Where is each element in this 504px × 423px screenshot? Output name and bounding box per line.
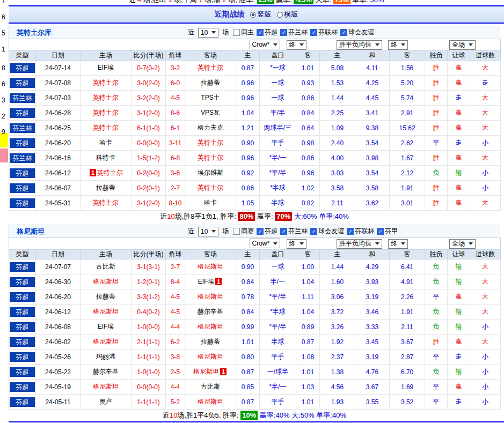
- filter-games-label: 场: [222, 28, 229, 37]
- avg-odds-select[interactable]: 胜平负均值: [337, 239, 382, 249]
- away-team[interactable]: 英特土尔: [198, 64, 223, 71]
- home-team[interactable]: 奥卢: [99, 398, 112, 405]
- home-team[interactable]: 英特土尔: [93, 199, 119, 206]
- away-team[interactable]: 格力夫克: [198, 124, 223, 131]
- home-team[interactable]: 格尼斯坦: [93, 383, 119, 390]
- bookmaker-select[interactable]: Crow*: [250, 40, 281, 49]
- home-odds: 0.96: [236, 91, 260, 106]
- home-team[interactable]: EIF埃: [98, 323, 114, 330]
- home-team[interactable]: 拉赫蒂: [96, 293, 115, 300]
- away-team[interactable]: 格尼斯坦: [198, 323, 223, 330]
- final-odds-select[interactable]: 终: [287, 40, 306, 50]
- league-filter-checkbox[interactable]: 芬联杯: [347, 227, 374, 236]
- home-team[interactable]: 英特土尔: [97, 169, 123, 176]
- league-type-badge[interactable]: 芬超: [10, 108, 35, 118]
- result-wdl: 胜: [425, 196, 448, 211]
- league-type-badge[interactable]: 芬超: [10, 138, 35, 148]
- away-team[interactable]: 格尼斯坦: [198, 353, 223, 360]
- home-team[interactable]: 古比斯: [96, 263, 115, 270]
- league-type-badge[interactable]: 芬超: [10, 277, 35, 287]
- away-team[interactable]: 英特土尔: [198, 184, 223, 191]
- result-goals: 小: [470, 380, 501, 395]
- league-type-badge[interactable]: 芬超: [10, 337, 35, 347]
- away-team[interactable]: 拉赫蒂: [201, 338, 220, 345]
- match-count-select[interactable]: 10: [198, 227, 218, 236]
- home-team[interactable]: 格尼斯坦: [93, 278, 119, 285]
- away-team[interactable]: VPS瓦: [201, 109, 220, 116]
- league-filter-checkbox[interactable]: 芬超: [257, 227, 277, 236]
- away-team[interactable]: 哈卡: [204, 199, 217, 206]
- away-team[interactable]: TPS土: [201, 94, 220, 101]
- away-team[interactable]: EIF埃: [198, 278, 215, 285]
- final-odds-select[interactable]: 终: [287, 239, 306, 249]
- away-team[interactable]: 埃尔维斯: [198, 169, 223, 176]
- home-team[interactable]: 英特土尔: [93, 94, 119, 101]
- league-filter-checkbox[interactable]: 芬兰杯: [280, 28, 308, 37]
- league-type-badge[interactable]: 芬超: [10, 397, 35, 407]
- away-team[interactable]: 赫尔辛基: [198, 308, 223, 315]
- match-date: 24-06-16: [36, 151, 81, 166]
- league-filter-checkbox[interactable]: 芬超: [257, 28, 277, 37]
- match-score: 0-0(0-0): [132, 136, 166, 151]
- away-team[interactable]: 拉赫蒂: [201, 79, 220, 86]
- bookmaker-select[interactable]: Crow*: [250, 239, 281, 248]
- league-type-badge[interactable]: 芬超: [10, 262, 35, 272]
- home-team[interactable]: 玛丽港: [96, 353, 115, 360]
- league-type-badge[interactable]: 芬超: [10, 168, 35, 178]
- away-team[interactable]: 格尼斯坦: [193, 368, 219, 375]
- team-title-link[interactable]: 格尼斯坦: [17, 227, 45, 236]
- away-team-cell: 格尼斯坦: [185, 350, 236, 365]
- scope-select[interactable]: 全场: [449, 239, 476, 249]
- same-filter-checkbox[interactable]: 同主: [233, 28, 254, 37]
- type-cell: 芬超: [9, 76, 36, 91]
- same-filter-checkbox[interactable]: 同赛: [233, 227, 254, 236]
- home-odds: 0.84: [236, 305, 260, 320]
- home-team[interactable]: 哈卡: [99, 139, 112, 146]
- home-odds: 0.80: [236, 350, 260, 365]
- league-type-badge[interactable]: 芬超: [10, 63, 35, 73]
- home-team[interactable]: 英特土尔: [93, 124, 119, 131]
- radio-horizontal-layout[interactable]: 横版: [277, 10, 298, 19]
- filter-near-label: 近: [188, 227, 194, 236]
- league-type-badge[interactable]: 芬超: [10, 183, 35, 193]
- league-filter-checkbox[interactable]: 球会友谊: [310, 227, 344, 236]
- league-type-badge[interactable]: 芬超: [10, 198, 35, 208]
- home-team[interactable]: 格尼斯坦: [93, 308, 119, 315]
- league-filter-checkbox[interactable]: 芬甲: [377, 227, 398, 236]
- away-team[interactable]: 英特土尔: [198, 139, 223, 146]
- away-team[interactable]: 格尼斯坦: [198, 398, 223, 405]
- match-count-select[interactable]: 10: [198, 28, 218, 38]
- avg-odds-select[interactable]: 胜平负均值: [337, 40, 382, 50]
- home-team[interactable]: 格尼斯坦: [93, 338, 119, 345]
- league-type-badge[interactable]: 芬兰杯: [10, 123, 35, 133]
- match-date: 24-06-30: [36, 274, 81, 290]
- league-type-badge[interactable]: 芬超: [10, 322, 35, 332]
- home-team[interactable]: 英特土尔: [93, 79, 119, 86]
- home-team[interactable]: 科特卡: [96, 154, 115, 161]
- away-team[interactable]: 英特土尔: [198, 154, 223, 161]
- league-type-badge[interactable]: 芬兰杯: [10, 93, 35, 103]
- column-header: 胜负: [425, 250, 448, 259]
- scope-select[interactable]: 全场: [449, 40, 476, 50]
- away-team[interactable]: 格尼斯坦: [198, 263, 223, 270]
- league-type-badge[interactable]: 芬超: [10, 292, 35, 302]
- league-filter-checkbox[interactable]: 芬联杯: [310, 28, 338, 37]
- league-type-badge[interactable]: 芬兰杯: [10, 153, 35, 163]
- league-type-badge[interactable]: 芬超: [10, 352, 35, 362]
- league-filter-checkbox[interactable]: 球会友谊: [340, 28, 374, 37]
- final-avg-select[interactable]: 终: [388, 40, 408, 50]
- away-team[interactable]: 古比斯: [201, 383, 220, 390]
- home-team[interactable]: 赫尔辛基: [93, 368, 119, 375]
- home-team[interactable]: 拉赫蒂: [96, 184, 115, 191]
- league-type-badge[interactable]: 芬超: [10, 307, 35, 317]
- league-type-badge[interactable]: 芬超: [10, 367, 35, 377]
- home-team[interactable]: 英特土尔: [93, 109, 119, 116]
- league-type-badge[interactable]: 芬超: [10, 382, 35, 392]
- team-title-link[interactable]: 英特土尔库: [17, 28, 52, 38]
- league-filter-checkbox[interactable]: 芬兰杯: [280, 227, 308, 236]
- radio-vertical-layout[interactable]: 竖版: [250, 10, 272, 19]
- home-team[interactable]: EIF埃: [98, 64, 114, 71]
- final-avg-select[interactable]: 终: [388, 239, 408, 249]
- league-type-badge[interactable]: 芬超: [10, 78, 35, 88]
- away-team[interactable]: 格尼斯坦: [198, 293, 223, 300]
